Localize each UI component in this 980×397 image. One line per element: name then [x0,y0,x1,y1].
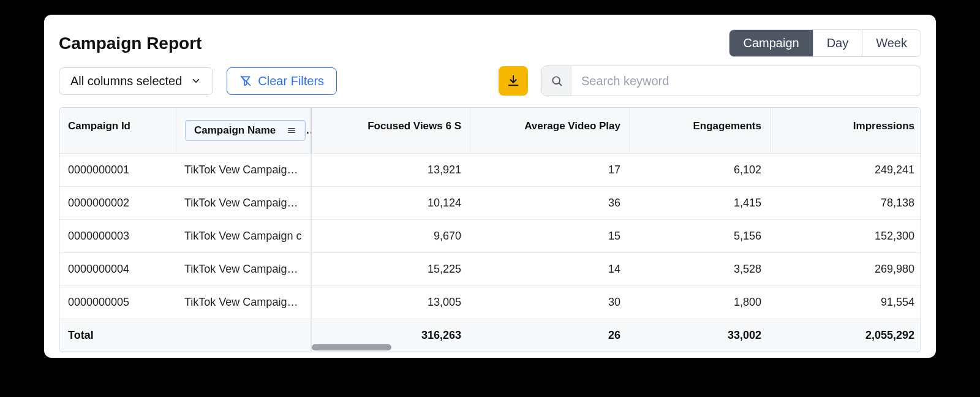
cell-engagements: 1,800 [629,286,770,319]
clear-filters-label: Clear Filters [258,74,324,88]
col-header-focused[interactable]: Focused Views 6 S [311,108,470,154]
segment-week[interactable]: Week [862,30,921,56]
cell-id: 0000000003 [59,220,176,253]
cell-name: TikTok Vew Campaign D [176,253,311,286]
col-header-avgplay[interactable]: Average Video Play [470,108,629,154]
column-menu-icon[interactable] [287,126,296,135]
total-avgplay: 26 [470,319,629,352]
segment-campaign[interactable]: Campaign [729,30,812,56]
clear-filters-button[interactable]: Clear Filters [227,67,337,95]
cell-name: TikTok Vew Campaign c [176,220,311,253]
cell-avgplay: 30 [470,286,629,319]
search-field [541,66,921,96]
total-engagements: 33,002 [629,319,770,352]
col-header-name[interactable]: Campaign Name [176,108,311,154]
cell-focused: 13,005 [311,286,470,319]
cell-impressions: 152,300 [770,220,921,253]
col-header-engagements[interactable]: Engagements [629,108,770,154]
download-button[interactable] [499,66,528,96]
cell-name: TikTok Vew Campaign A [176,154,311,187]
cell-avgplay: 15 [470,220,629,253]
column-selector[interactable]: All columns selected [59,67,213,95]
header-row: Campaign Report Campaign Day Week [59,29,921,57]
cell-impressions: 269,980 [770,253,921,286]
filter-off-icon [239,75,252,87]
segment-day[interactable]: Day [813,30,862,56]
total-focused: 316,263 [311,319,470,352]
col-header-name-label: Campaign Name [194,124,276,137]
cell-id: 0000000004 [59,253,176,286]
horizontal-scrollbar-thumb[interactable] [312,344,391,350]
cell-impressions: 249,241 [770,154,921,187]
page-title: Campaign Report [59,34,202,53]
cell-impressions: 78,138 [770,187,921,220]
cell-id: 0000000005 [59,286,176,319]
cell-focused: 10,124 [311,187,470,220]
svg-line-3 [559,83,561,86]
cell-impressions: 91,554 [770,286,921,319]
search-input[interactable] [571,68,921,94]
total-focused-value: 316,263 [421,329,461,341]
total-label: Total [59,319,176,352]
cell-name: TikTok Vew Campaign E [176,286,311,319]
chevron-down-icon [190,75,202,86]
cell-avgplay: 36 [470,187,629,220]
cell-engagements: 6,102 [629,154,770,187]
total-empty [176,319,311,352]
report-table: Campaign Id Campaign Name Focused Views … [59,107,921,352]
col-header-id[interactable]: Campaign Id [59,108,176,154]
search-icon [551,75,563,87]
column-selector-label: All columns selected [70,74,182,88]
cell-name: TikTok Vew Campaign B [176,187,311,220]
total-impressions: 2,055,292 [770,319,921,352]
cell-id: 0000000001 [59,154,176,187]
col-header-impressions[interactable]: Impressions [770,108,921,154]
cell-focused: 13,921 [311,154,470,187]
view-segment-group: Campaign Day Week [729,29,921,57]
cell-engagements: 1,415 [629,187,770,220]
cell-id: 0000000002 [59,187,176,220]
download-icon [507,74,520,88]
toolbar: All columns selected Clear Filters [59,66,921,96]
cell-focused: 15,225 [311,253,470,286]
cell-engagements: 5,156 [629,220,770,253]
cell-engagements: 3,528 [629,253,770,286]
cell-avgplay: 14 [470,253,629,286]
search-icon-box [542,66,571,96]
cell-focused: 9,670 [311,220,470,253]
table-grid: Campaign Id Campaign Name Focused Views … [59,108,921,352]
cell-avgplay: 17 [470,154,629,187]
report-panel: Campaign Report Campaign Day Week All co… [44,15,936,358]
